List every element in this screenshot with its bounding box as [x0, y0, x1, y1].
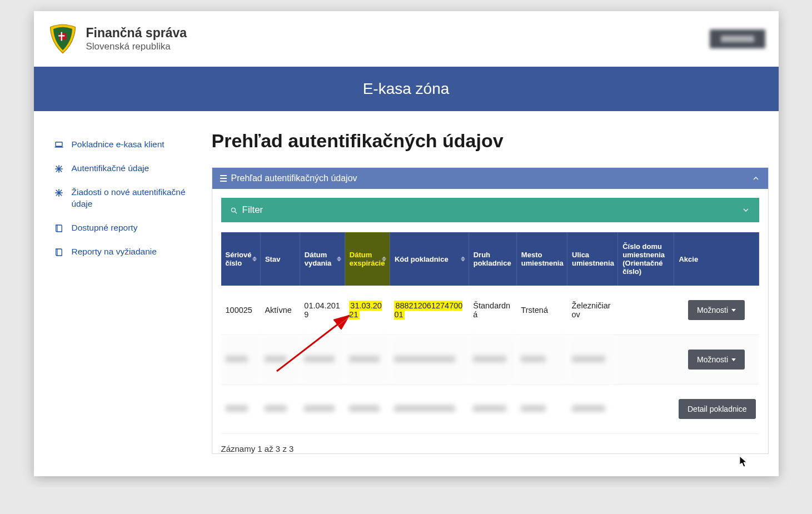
book-icon — [54, 247, 64, 257]
cell-ulica: Železničiarov — [567, 286, 618, 335]
cell-redacted — [516, 385, 567, 434]
svg-rect-3 — [56, 142, 62, 147]
cell-redacted — [516, 335, 567, 385]
cell-redacted — [567, 385, 618, 434]
panel-title: Prehľad autentifikačných údajov — [231, 173, 357, 183]
auth-data-table: Sériové číslo Stav Dátum vydania Dátum e… — [221, 232, 759, 434]
col-header-serial[interactable]: Sériové číslo — [221, 232, 261, 286]
cell-redacted — [345, 385, 390, 434]
asterisk-icon — [54, 188, 64, 198]
svg-point-15 — [231, 208, 235, 212]
sidebar-item-dostupne-reporty[interactable]: Dostupné reporty — [54, 222, 201, 234]
search-icon — [230, 206, 238, 214]
table-row: Detail pokladnice — [221, 385, 759, 434]
sidebar-item-ziadosti[interactable]: Žiadosti o nové autentifikačné údaje — [54, 187, 201, 210]
moznosti-button[interactable]: Možnosti — [688, 300, 745, 320]
cell-redacted — [469, 385, 516, 434]
panel-body: Filter Sér — [212, 189, 768, 453]
table-row: Možnosti — [221, 335, 759, 385]
svg-rect-4 — [54, 147, 63, 148]
cell-mesto: Trstená — [516, 286, 567, 335]
col-header-kod[interactable]: Kód pokladnice — [390, 232, 469, 286]
sidebar-item-label: Pokladnice e-kasa klient — [72, 139, 165, 151]
cell-stav: Aktívne — [260, 286, 300, 335]
table-header-row: Sériové číslo Stav Dátum vydania Dátum e… — [221, 232, 759, 286]
records-info: Záznamy 1 až 3 z 3 — [221, 434, 759, 453]
col-header-cislo[interactable]: Číslo domu umiestnenia (Orientačné číslo… — [618, 232, 674, 286]
cell-redacted — [469, 335, 516, 385]
cell-serial: 100025 — [221, 286, 261, 335]
highlight: 88821206127470001 — [394, 301, 462, 320]
svg-rect-2 — [58, 35, 64, 36]
table-wrap: Sériové číslo Stav Dátum vydania Dátum e… — [221, 232, 759, 434]
sort-icon — [337, 257, 341, 262]
brand-title: Finančná správa — [86, 26, 187, 41]
cell-redacted — [300, 335, 345, 385]
sidebar-item-autentifikacne[interactable]: Autentifikačné údaje — [54, 163, 201, 174]
brand-subtitle: Slovenská republika — [86, 41, 187, 52]
cell-vydanie: 01.04.2019 — [300, 286, 345, 335]
chevron-up-icon — [751, 174, 760, 183]
detail-pokladnice-button[interactable]: Detail pokladnice — [679, 399, 756, 419]
cell-redacted — [260, 335, 300, 385]
chevron-down-icon — [741, 206, 750, 214]
sidebar-item-pokladnice[interactable]: Pokladnice e-kasa klient — [54, 139, 201, 151]
sidebar-item-label: Autentifikačné údaje — [72, 163, 150, 174]
cell-cislo — [618, 335, 674, 385]
brand-logo — [47, 23, 78, 54]
cell-redacted — [260, 385, 300, 434]
col-header-akcie: Akcie — [674, 232, 759, 286]
cell-cislo — [618, 385, 674, 434]
cell-druh: Štandardná — [469, 286, 516, 335]
overview-panel: Prehľad autentifikačných údajov Filter — [212, 167, 769, 454]
zone-banner: E-kasa zóna — [34, 67, 779, 111]
svg-rect-0 — [59, 33, 66, 39]
col-header-exspiracia[interactable]: Dátum exspirácie — [345, 232, 390, 286]
hamburger-icon — [220, 175, 227, 182]
col-header-mesto[interactable]: Mesto umiestnenia — [516, 232, 567, 286]
cell-akcie: Detail pokladnice — [674, 385, 759, 434]
cell-redacted — [221, 335, 261, 385]
brand-text: Finančná správa Slovenská republika — [86, 26, 187, 52]
cell-redacted — [390, 385, 469, 434]
cell-redacted — [345, 335, 390, 385]
cell-redacted — [300, 385, 345, 434]
book-icon — [54, 223, 64, 233]
col-header-ulica[interactable]: Ulica umiestnenia — [567, 232, 618, 286]
sidebar-item-label: Žiadosti o nové autentifikačné údaje — [72, 187, 201, 210]
filter-bar[interactable]: Filter — [221, 198, 759, 222]
app-header: Finančná správa Slovenská republika — [34, 11, 779, 67]
header-right — [710, 29, 765, 48]
sidebar-item-reporty-vyziadanie[interactable]: Reporty na vyžiadanie — [54, 246, 201, 258]
svg-line-16 — [235, 212, 237, 214]
sidebar-item-label: Reporty na vyžiadanie — [72, 246, 157, 258]
panel-header[interactable]: Prehľad autentifikačných údajov — [212, 168, 768, 189]
sidebar: Pokladnice e-kasa klient Autentifikačné … — [34, 128, 212, 270]
cell-redacted — [567, 335, 618, 385]
col-header-druh[interactable]: Druh pokladnice — [469, 232, 516, 286]
sort-icon — [382, 257, 386, 262]
cell-akcie: Možnosti — [674, 335, 759, 385]
cell-redacted — [390, 335, 469, 385]
cell-cislo — [618, 286, 674, 335]
body-row: Pokladnice e-kasa klient Autentifikačné … — [34, 111, 779, 476]
sort-icon — [461, 257, 465, 262]
chevron-down-icon — [731, 358, 736, 361]
cell-exspiracia: 31.03.2021 — [345, 286, 390, 335]
cell-akcie: Možnosti — [674, 286, 759, 335]
main-content: Prehľad autentifikačných údajov Prehľad … — [212, 128, 779, 454]
cell-redacted — [221, 385, 261, 434]
chevron-down-icon — [731, 309, 736, 312]
svg-rect-1 — [61, 32, 62, 41]
sidebar-item-label: Dostupné reporty — [72, 222, 138, 234]
highlight: 31.03.2021 — [349, 301, 381, 320]
col-header-vydanie[interactable]: Dátum vydania — [300, 232, 345, 286]
page-heading: Prehľad autentifikačných údajov — [212, 130, 769, 152]
table-row: 100025 Aktívne 01.04.2019 31.03.2021 888… — [221, 286, 759, 335]
cell-kod: 88821206127470001 — [390, 286, 469, 335]
user-menu[interactable] — [710, 29, 765, 48]
laptop-icon — [54, 140, 64, 150]
col-header-stav[interactable]: Stav — [260, 232, 300, 286]
moznosti-button[interactable]: Možnosti — [688, 350, 745, 370]
filter-label: Filter — [242, 204, 263, 216]
